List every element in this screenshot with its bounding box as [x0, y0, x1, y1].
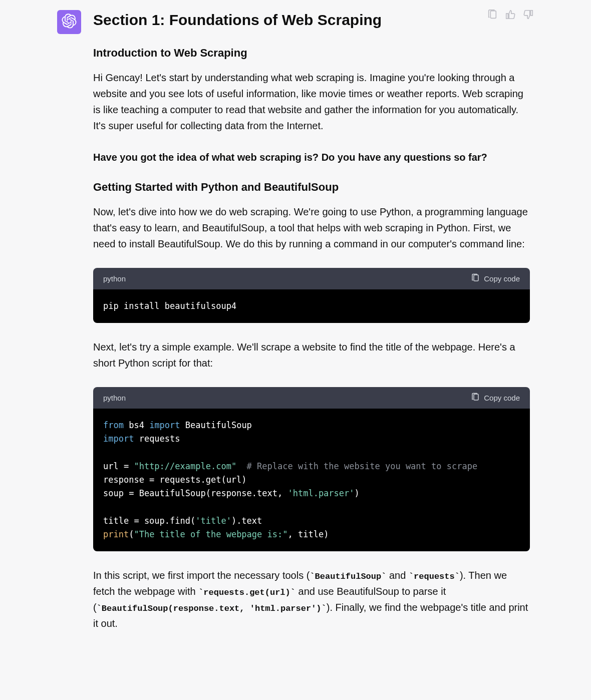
- svg-rect-1: [474, 394, 478, 400]
- clipboard-icon: [471, 393, 480, 403]
- inline-code: `BeautifulSoup(response.text, 'html.pars…: [97, 604, 327, 613]
- section-title: Section 1: Foundations of Web Scraping: [93, 10, 530, 30]
- code-header: python Copy code: [93, 268, 530, 289]
- followup-question: Have you got the idea of what web scrapi…: [93, 150, 530, 165]
- copy-code-button[interactable]: Copy code: [471, 393, 520, 403]
- python-paragraph: Now, let's dive into how we do web scrap…: [93, 204, 530, 252]
- inline-code: `requests.get(url)`: [198, 588, 296, 597]
- copy-code-label: Copy code: [484, 274, 520, 283]
- inline-code: `requests`: [409, 572, 460, 581]
- clipboard-icon: [471, 273, 480, 284]
- code-block-example: python Copy code from bs4 import Beautif…: [93, 387, 530, 551]
- code-language-label: python: [103, 394, 126, 402]
- python-heading: Getting Started with Python and Beautifu…: [93, 181, 530, 194]
- dislike-button[interactable]: [523, 10, 534, 21]
- intro-heading: Introduction to Web Scraping: [93, 47, 530, 60]
- explanation-paragraph: In this script, we first import the nece…: [93, 567, 530, 632]
- inline-code: `BeautifulSoup`: [310, 572, 386, 581]
- thumbs-down-icon: [523, 9, 534, 22]
- message-actions: [487, 10, 534, 21]
- openai-logo-icon: [62, 14, 77, 31]
- message-content: Section 1: Foundations of Web Scraping I…: [93, 10, 530, 647]
- thumbs-up-icon: [505, 9, 516, 22]
- copy-code-button[interactable]: Copy code: [471, 273, 520, 284]
- svg-rect-0: [474, 275, 478, 281]
- code-body: from bs4 import BeautifulSoup import req…: [93, 409, 530, 551]
- code-body: pip install beautifulsoup4: [93, 289, 530, 323]
- code-language-label: python: [103, 274, 126, 283]
- clipboard-icon: [487, 9, 498, 22]
- svg-rect-2: [490, 11, 496, 19]
- code-header: python Copy code: [93, 387, 530, 409]
- like-button[interactable]: [505, 10, 516, 21]
- assistant-avatar: [57, 10, 81, 34]
- copy-code-label: Copy code: [484, 394, 520, 402]
- message-container: Section 1: Foundations of Web Scraping I…: [47, 10, 544, 647]
- intro-paragraph: Hi Gencay! Let's start by understanding …: [93, 70, 530, 134]
- example-paragraph: Next, let's try a simple example. We'll …: [93, 339, 530, 371]
- code-block-install: python Copy code pip install beautifulso…: [93, 268, 530, 323]
- copy-message-button[interactable]: [487, 10, 498, 21]
